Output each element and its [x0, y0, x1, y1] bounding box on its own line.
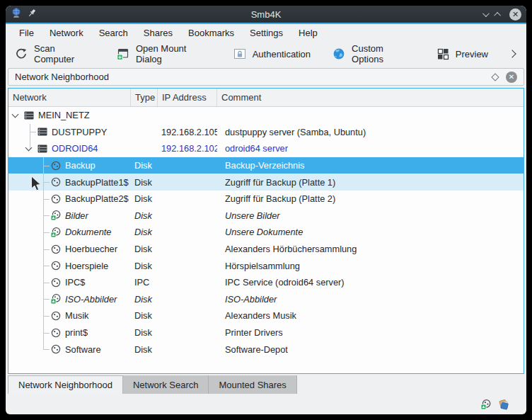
network-tree: Network Type IP Address Comment [8, 88, 524, 374]
menu-search[interactable]: Search [91, 25, 136, 40]
mount-dialog-icon [116, 47, 130, 61]
row-type: Disk [131, 310, 158, 321]
tree-branch [23, 208, 37, 225]
row-ip: 192.168.2.102 [158, 143, 217, 154]
row-comment: Hörspielsammlung [217, 261, 524, 271]
preview-button[interactable]: Preview [436, 47, 488, 61]
row-name: Backup [65, 160, 98, 171]
tree-branch [23, 307, 37, 324]
titlebar[interactable]: Smb4K ✕ [6, 6, 526, 23]
menu-shares[interactable]: Shares [136, 25, 180, 40]
row-type: Disk [131, 227, 158, 237]
custom-options-button[interactable]: Custom Options [332, 43, 415, 64]
tree-row[interactable]: BackupPlatte1$ Disk Zugriff für Backup (… [8, 174, 524, 191]
tree-branch [37, 274, 50, 291]
row-name: DUSTPUPPY [52, 127, 110, 137]
row-ip: 192.168.2.105 [158, 127, 217, 137]
tree-branch [37, 191, 50, 208]
tab-network-neighborhood[interactable]: Network Neighborhood [8, 375, 123, 394]
tree-row[interactable]: print$ Disk Printer Drivers [8, 324, 524, 341]
open-mount-dialog-button[interactable]: Open Mount Dialog [116, 43, 212, 64]
row-comment: Unsere Bilder [217, 210, 524, 221]
column-header-type[interactable]: Type [131, 89, 158, 106]
toolbar-overflow-button[interactable] [509, 51, 518, 57]
expander-icon[interactable] [10, 107, 23, 124]
tab-network-search[interactable]: Network Search [123, 375, 209, 394]
window-title: Smb4K [6, 9, 526, 20]
tree-branch [10, 224, 23, 241]
tree-row[interactable]: Dokumente Disk Unsere Dokumente [8, 224, 524, 241]
tree-branch [10, 191, 23, 208]
tree-row[interactable]: ISO-Abbilder Disk ISO-Abbilder [8, 291, 524, 308]
row-name: Bilder [65, 210, 91, 221]
tree-branch [23, 157, 37, 174]
row-name: Dokumente [65, 227, 114, 237]
row-name: BackupPlatte2$ [65, 193, 131, 204]
row-type: Disk [131, 294, 158, 305]
share-icon [50, 327, 62, 339]
tree-branch [23, 291, 37, 308]
scan-computer-button[interactable]: Scan Computer [14, 43, 95, 64]
menu-file[interactable]: File [11, 25, 42, 40]
minimize-icon[interactable] [482, 10, 490, 17]
column-header-comment[interactable]: Comment [217, 89, 524, 106]
tree-branch [10, 324, 23, 341]
tree-branch [37, 174, 50, 191]
column-header-network[interactable]: Network [8, 89, 131, 106]
row-type: Disk [131, 244, 158, 254]
tree-row[interactable]: ODROID64 192.168.2.102 odroid64 server [8, 140, 524, 157]
menubar: File Network Search Shares Bookmarks Set… [6, 24, 526, 41]
row-type: Disk [131, 210, 158, 221]
tree-header: Network Type IP Address Comment [8, 89, 524, 107]
share-icon [50, 260, 62, 271]
close-icon[interactable]: ✕ [509, 8, 521, 21]
tree-row[interactable]: Hoerbuecher Disk Alexanders Hörbüchersam… [8, 241, 524, 258]
tree-branch [23, 341, 37, 358]
tree-branch [23, 257, 37, 274]
smb4k-window: Smb4K ✕ File Network Search Shares Bookm… [6, 6, 526, 414]
menu-help[interactable]: Help [291, 25, 325, 40]
pin-icon[interactable] [28, 8, 37, 21]
row-comment: IPC Service (odroid64 server) [217, 277, 524, 288]
tree-rows: MEIN_NETZ [8, 107, 524, 358]
row-comment: Alexanders Musik [217, 310, 524, 321]
row-name: Musik [65, 310, 91, 321]
tree-branch [10, 341, 23, 358]
authentication-button[interactable]: Authentication [233, 47, 311, 61]
tree-row[interactable]: Bilder Disk Unsere Bilder [8, 208, 524, 225]
float-icon[interactable] [491, 73, 499, 81]
tree-branch [10, 291, 23, 308]
menu-bookmarks[interactable]: Bookmarks [180, 25, 242, 40]
menu-network[interactable]: Network [42, 25, 91, 40]
server-icon [37, 126, 48, 137]
tree-row[interactable]: BackupPlatte2$ Disk Zugriff für Backup (… [8, 191, 524, 208]
tab-mounted-shares[interactable]: Mounted Shares [209, 375, 296, 394]
tree-row[interactable]: Hoerspiele Disk Hörspielsammlung [8, 257, 524, 274]
tree-row[interactable]: IPC$ IPC IPC Service (odroid64 server) [8, 274, 524, 291]
menu-settings[interactable]: Settings [242, 25, 291, 40]
dock-close-icon[interactable]: ✕ [506, 72, 517, 83]
row-comment: Alexanders Hörbüchersammlung [217, 244, 524, 254]
share-icon [50, 277, 62, 288]
tree-row[interactable]: Backup Disk Backup-Verzeichnis [8, 157, 524, 174]
row-name: IPC$ [65, 277, 88, 288]
tree-branch [23, 274, 37, 291]
tree-row[interactable]: MEIN_NETZ [8, 107, 524, 124]
tree-branch [23, 324, 37, 341]
tree-row[interactable]: Musik Disk Alexanders Musik [8, 307, 524, 324]
maximize-icon[interactable] [494, 11, 501, 18]
wallet-icon [498, 399, 509, 410]
tree-branch [10, 307, 23, 324]
server-icon [37, 143, 48, 154]
tree-branch [37, 341, 50, 358]
tree-branch [10, 208, 23, 225]
tree-row[interactable]: DUSTPUPPY 192.168.2.105 dustpuppy server… [8, 124, 524, 141]
expander-icon[interactable] [23, 140, 37, 157]
statusbar [6, 394, 526, 414]
column-header-ip[interactable]: IP Address [158, 89, 217, 106]
tree-branch [10, 257, 23, 274]
tree-branch [23, 224, 37, 241]
tree-row[interactable]: Software Disk Software-Depot [8, 341, 524, 358]
mounted-share-icon [50, 227, 62, 238]
row-comment: dustpuppy server (Samba, Ubuntu) [217, 127, 524, 137]
